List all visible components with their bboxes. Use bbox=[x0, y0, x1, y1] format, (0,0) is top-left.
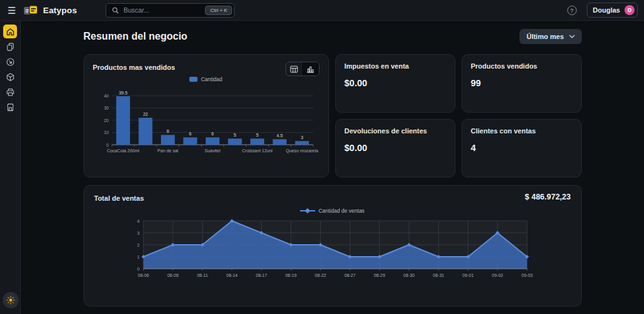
total-sales-title: Total de ventas bbox=[94, 193, 144, 202]
svg-text:1: 1 bbox=[137, 255, 140, 259]
stat-title: Clientes con ventas bbox=[471, 127, 572, 135]
svg-text:3: 3 bbox=[301, 135, 303, 140]
svg-text:22: 22 bbox=[143, 112, 148, 116]
top-products-bar-chart: 01020304039.522866554.53CocaCola 200mlPa… bbox=[93, 84, 319, 159]
table-view-button[interactable] bbox=[286, 62, 303, 76]
circle-arrow-icon bbox=[6, 57, 15, 67]
total-sales-amount: $ 486.972,23 bbox=[525, 193, 571, 201]
printer-icon bbox=[6, 87, 15, 97]
stat-card-products-sold: Productos vendidos 99 bbox=[462, 54, 582, 113]
stat-title: Productos vendidos bbox=[471, 62, 572, 70]
legend-label: Cantidad de ventas bbox=[318, 208, 364, 214]
search-input[interactable] bbox=[123, 6, 201, 14]
bar-chart-icon bbox=[306, 65, 314, 73]
svg-text:08-31: 08-31 bbox=[433, 273, 444, 278]
stat-title: Devoluciones de clientes bbox=[345, 127, 446, 135]
svg-text:20: 20 bbox=[104, 118, 109, 123]
search-box[interactable]: Ctrl + K bbox=[106, 3, 235, 18]
svg-text:Pan de sal: Pan de sal bbox=[157, 149, 179, 153]
main-area: Resumen del negocio Último mes Productos… bbox=[21, 21, 644, 314]
area-chart-legend: Cantidad de ventas bbox=[94, 208, 571, 214]
sidebar-item-store[interactable] bbox=[3, 100, 17, 114]
svg-text:Queso mozarela: Queso mozarela bbox=[286, 149, 318, 154]
svg-text:CocaCola 200ml: CocaCola 200ml bbox=[106, 149, 139, 153]
svg-text:09-02: 09-02 bbox=[492, 273, 503, 278]
svg-text:08-17: 08-17 bbox=[255, 273, 267, 278]
svg-text:30: 30 bbox=[104, 106, 109, 110]
total-sales-card: Total de ventas $ 486.972,23 Cantidad de… bbox=[84, 185, 582, 306]
user-name: Douglas bbox=[593, 6, 620, 14]
svg-text:08-11: 08-11 bbox=[197, 273, 208, 278]
line-diamond-icon bbox=[300, 208, 315, 214]
svg-text:39.5: 39.5 bbox=[118, 91, 127, 95]
shortcut-badge: Ctrl + K bbox=[205, 6, 232, 15]
svg-text:4.5: 4.5 bbox=[276, 133, 282, 138]
page-title: Resumen del negocio bbox=[84, 31, 187, 42]
svg-text:08-08: 08-08 bbox=[167, 273, 178, 278]
svg-text:08-22: 08-22 bbox=[314, 273, 326, 278]
package-icon bbox=[6, 72, 15, 82]
svg-text:08-06: 08-06 bbox=[138, 273, 149, 278]
sidebar-item-home[interactable] bbox=[3, 25, 17, 38]
topbar-right: ? Douglas D bbox=[567, 3, 638, 18]
svg-text:4: 4 bbox=[137, 219, 140, 223]
svg-text:09-03: 09-03 bbox=[521, 273, 533, 278]
svg-text:0: 0 bbox=[106, 143, 109, 147]
theme-toggle-button[interactable] bbox=[3, 292, 19, 308]
menu-icon[interactable]: ☰ bbox=[8, 6, 16, 15]
svg-text:08-27: 08-27 bbox=[344, 273, 355, 278]
stat-value: $0.00 bbox=[345, 78, 446, 88]
search-icon bbox=[112, 7, 119, 14]
sidebar-item-products[interactable] bbox=[3, 70, 17, 84]
stat-card-taxes: Impuestos en venta $0.00 bbox=[335, 54, 455, 113]
avatar: D bbox=[625, 5, 635, 15]
chevron-down-icon bbox=[569, 35, 575, 38]
sun-icon bbox=[6, 296, 15, 305]
app-logo[interactable] bbox=[23, 4, 38, 16]
user-menu-button[interactable]: Douglas D bbox=[587, 3, 638, 18]
svg-text:6: 6 bbox=[211, 132, 214, 136]
stat-value: $0.00 bbox=[345, 143, 446, 153]
svg-text:2: 2 bbox=[137, 243, 140, 247]
svg-text:Croissant 12uni: Croissant 12uni bbox=[242, 149, 272, 153]
home-icon bbox=[6, 27, 15, 36]
topbar: ☰ Eatypos Ctrl + K ? Douglas D bbox=[0, 0, 644, 21]
svg-text:0: 0 bbox=[137, 267, 140, 271]
svg-text:08-29: 08-29 bbox=[374, 273, 385, 278]
stat-card-customers: Clientes con ventas 4 bbox=[462, 119, 582, 177]
svg-text:6: 6 bbox=[189, 132, 191, 136]
stat-value: 4 bbox=[471, 143, 572, 153]
help-icon[interactable]: ? bbox=[567, 6, 577, 15]
table-icon bbox=[290, 65, 298, 73]
brand-name: Eatypos bbox=[43, 6, 77, 15]
period-selector[interactable]: Último mes bbox=[519, 29, 581, 44]
sidebar bbox=[0, 21, 21, 314]
view-toggle bbox=[286, 62, 319, 76]
stat-title: Impuestos en venta bbox=[345, 62, 446, 70]
sidebar-item-orders[interactable] bbox=[3, 55, 17, 69]
sidebar-item-pages[interactable] bbox=[3, 40, 17, 53]
svg-text:08-19: 08-19 bbox=[285, 273, 296, 278]
svg-text:08-30: 08-30 bbox=[403, 273, 414, 278]
svg-text:5: 5 bbox=[233, 133, 236, 137]
pages-icon bbox=[6, 42, 15, 52]
svg-text:09-01: 09-01 bbox=[462, 273, 474, 278]
svg-text:Suavitel: Suavitel bbox=[204, 149, 220, 153]
stat-card-returns: Devoluciones de clientes $0.00 bbox=[335, 119, 455, 177]
svg-text:3: 3 bbox=[137, 231, 140, 235]
svg-text:40: 40 bbox=[104, 94, 109, 98]
svg-text:10: 10 bbox=[104, 130, 109, 135]
bar-chart-legend: Cantidad bbox=[93, 76, 319, 82]
total-sales-area-chart: 0123408-0608-0808-1108-1408-1708-1908-22… bbox=[94, 216, 572, 283]
app-window: ☰ Eatypos Ctrl + K ? Douglas D bbox=[0, 0, 644, 314]
stats-grid: Impuestos en venta $0.00 Productos vendi… bbox=[335, 54, 582, 177]
legend-label: Cantidad bbox=[201, 76, 222, 82]
svg-text:8: 8 bbox=[166, 129, 169, 133]
sidebar-item-print[interactable] bbox=[3, 85, 17, 99]
top-products-card: Productos mas vendidos bbox=[84, 54, 329, 177]
svg-text:08-14: 08-14 bbox=[226, 273, 237, 278]
svg-text:5: 5 bbox=[256, 133, 258, 137]
top-products-title: Productos mas vendidos bbox=[93, 62, 175, 71]
chart-view-button[interactable] bbox=[303, 62, 319, 76]
stat-value: 99 bbox=[471, 78, 572, 88]
